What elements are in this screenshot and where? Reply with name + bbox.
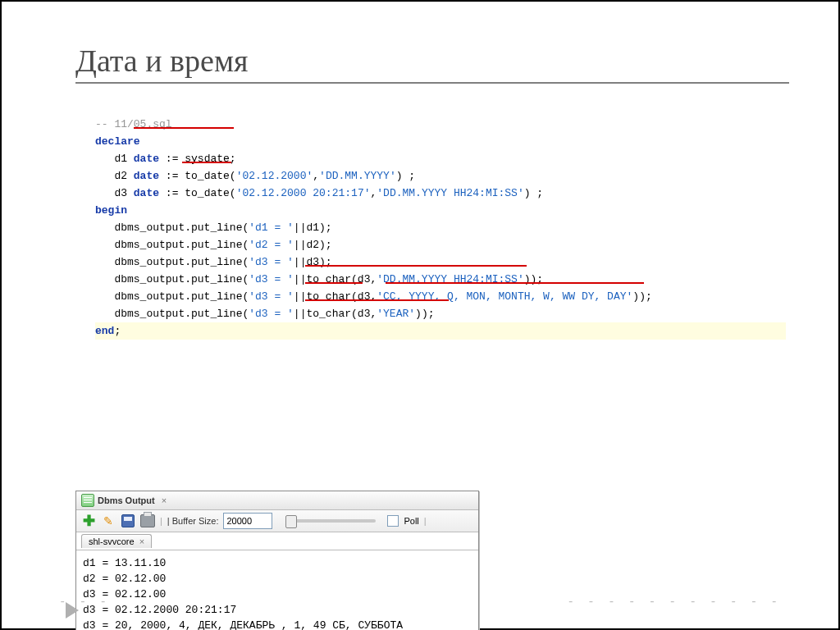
red-underline <box>386 282 644 284</box>
slide: Дата и время -- 11/05.sql declare d1 dat… <box>0 0 840 630</box>
output-line: d3 = 20, 2000, 4, ДЕК, ДЕКАБРЬ , 1, 49 С… <box>83 619 403 630</box>
edit-icon[interactable]: ✎ <box>101 514 116 528</box>
code-block: -- 11/05.sql declare d1 date := sysdate;… <box>75 95 789 481</box>
kw-begin: begin <box>95 204 127 217</box>
output-line: d1 = 13.11.10 <box>83 557 166 569</box>
poll-slider[interactable] <box>285 519 376 523</box>
dash-right: - - - - - - - - - - - <box>568 596 781 609</box>
output-body: d1 = 13.11.10 d2 = 02.12.00 d3 = 02.12.0… <box>76 550 478 630</box>
red-underline <box>305 282 363 284</box>
toolbar-separator: | <box>160 516 162 526</box>
output-tab[interactable]: shl-svvcore × <box>81 534 152 548</box>
buffer-size-input[interactable] <box>223 513 272 529</box>
dbms-output-window: Dbms Output × ✚ ✎ | | Buffer Size: Poll … <box>75 491 479 630</box>
output-tab-label: shl-svvcore <box>89 536 135 546</box>
close-icon[interactable]: × <box>139 536 144 546</box>
output-titlebar: Dbms Output × <box>76 491 478 510</box>
slide-title: Дата и время <box>75 43 789 79</box>
output-title-text: Dbms Output <box>98 495 155 505</box>
output-tabbar: shl-svvcore × <box>76 532 478 550</box>
close-icon[interactable]: × <box>162 495 167 505</box>
buffer-size-label: | Buffer Size: <box>167 516 219 526</box>
kw-declare: declare <box>95 135 140 148</box>
save-icon[interactable] <box>121 514 135 528</box>
add-icon[interactable]: ✚ <box>81 514 96 528</box>
poll-checkbox[interactable] <box>387 515 399 527</box>
red-underline <box>305 265 527 267</box>
print-icon[interactable] <box>140 514 155 528</box>
title-rule <box>75 82 789 84</box>
output-line: d2 = 02.12.00 <box>83 573 166 585</box>
footer-dashes: - - - - - - - - - - - - - - <box>59 596 781 609</box>
output-icon <box>81 494 94 507</box>
output-toolbar: ✚ ✎ | | Buffer Size: Poll | <box>76 510 478 532</box>
poll-label: Poll <box>404 516 418 526</box>
red-underline <box>134 127 234 129</box>
toolbar-separator: | <box>424 516 427 526</box>
red-underline <box>182 162 231 163</box>
nav-arrow-icon[interactable] <box>66 602 79 619</box>
kw-end: end <box>95 325 114 337</box>
red-underline <box>305 299 449 301</box>
